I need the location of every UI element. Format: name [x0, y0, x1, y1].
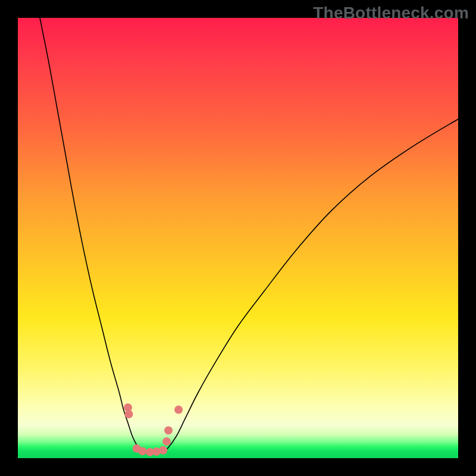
plot-area [18, 18, 458, 458]
bottleneck-curve [40, 18, 458, 453]
curve-group [40, 18, 458, 453]
data-marker [164, 426, 173, 434]
data-marker [162, 437, 171, 446]
marker-group [124, 403, 183, 456]
data-marker [159, 446, 167, 455]
data-marker [138, 447, 146, 455]
chart-frame [0, 0, 476, 476]
watermark-text: TheBottleneck.com [313, 4, 469, 23]
data-marker [174, 406, 183, 414]
chart-container: TheBottleneck.com [0, 0, 476, 476]
chart-svg [18, 18, 458, 458]
data-marker [124, 410, 133, 418]
